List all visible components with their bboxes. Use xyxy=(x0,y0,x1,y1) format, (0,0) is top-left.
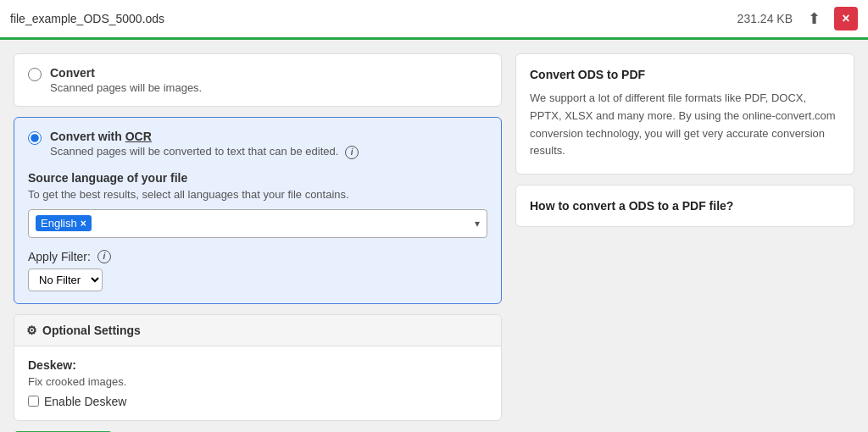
convert-ocr-title: Convert with OCR xyxy=(50,130,359,143)
deskew-title: Deskew: xyxy=(28,358,487,372)
top-bar: file_example_ODS_5000.ods 231.24 KB ⬆ × xyxy=(0,0,868,40)
deskew-desc: Fix crooked images. xyxy=(28,375,487,388)
deskew-checkbox[interactable] xyxy=(28,396,39,407)
english-tag-close[interactable]: × xyxy=(81,218,86,230)
convert-option-card: Convert Scanned pages will be images. xyxy=(14,53,502,107)
close-button[interactable]: × xyxy=(834,7,858,30)
apply-filter-label: Apply Filter: i xyxy=(28,250,487,263)
optional-settings-card: ⚙ Optional Settings Deskew: Fix crooked … xyxy=(14,314,502,421)
optional-settings-label: Optional Settings xyxy=(42,324,141,337)
info-card-text: We support a lot of different file forma… xyxy=(530,90,840,160)
main-content: Convert Scanned pages will be images. Co… xyxy=(0,40,868,432)
filename-label: file_example_ODS_5000.ods xyxy=(10,12,729,25)
convert-ocr-option-row: Convert with OCR Scanned pages will be c… xyxy=(28,130,487,159)
filter-info-icon[interactable]: i xyxy=(97,250,111,263)
english-tag-label: English xyxy=(41,217,77,230)
left-panel: Convert Scanned pages will be images. Co… xyxy=(14,53,502,432)
gear-icon: ⚙ xyxy=(26,324,37,337)
convert-subtitle: Scanned pages will be images. xyxy=(50,81,202,94)
optional-settings-body: Deskew: Fix crooked images. Enable Deske… xyxy=(14,346,501,420)
source-lang-label: Source language of your file xyxy=(28,171,487,185)
source-lang-desc: To get the best results, select all lang… xyxy=(28,188,487,201)
optional-settings-header: ⚙ Optional Settings xyxy=(14,315,501,346)
language-select[interactable]: English × ▾ xyxy=(28,209,487,238)
upload-icon: ⬆ xyxy=(808,9,821,28)
convert-radio[interactable] xyxy=(28,68,42,81)
convert-ocr-option-card: Convert with OCR Scanned pages will be c… xyxy=(14,117,502,304)
info-card-title: Convert ODS to PDF xyxy=(530,68,840,81)
ocr-info-icon[interactable]: i xyxy=(345,146,359,159)
deskew-checkbox-label[interactable]: Enable Deskew xyxy=(44,395,126,408)
convert-text: Convert Scanned pages will be images. xyxy=(50,66,202,94)
convert-ocr-text: Convert with OCR Scanned pages will be c… xyxy=(50,130,359,159)
convert-ocr-subtitle: Scanned pages will be converted to text … xyxy=(50,145,359,159)
filter-select[interactable]: No Filter xyxy=(28,269,103,291)
right-panel: Convert ODS to PDF We support a lot of d… xyxy=(515,53,854,432)
file-size-label: 231.24 KB xyxy=(737,12,793,25)
convert-ocr-radio[interactable] xyxy=(28,131,42,145)
convert-option-row: Convert Scanned pages will be images. xyxy=(28,66,487,94)
apply-filter-section: Apply Filter: i No Filter xyxy=(28,250,487,291)
select-arrow-icon: ▾ xyxy=(475,218,480,230)
info-card: Convert ODS to PDF We support a lot of d… xyxy=(515,53,854,174)
faq-card-title: How to convert a ODS to a PDF file? xyxy=(530,199,840,213)
faq-card: How to convert a ODS to a PDF file? xyxy=(515,185,854,227)
deskew-checkbox-row: Enable Deskew xyxy=(28,395,487,408)
convert-title: Convert xyxy=(50,66,202,80)
english-tag: English × xyxy=(36,215,92,231)
source-lang-section: Source language of your file To get the … xyxy=(28,171,487,238)
